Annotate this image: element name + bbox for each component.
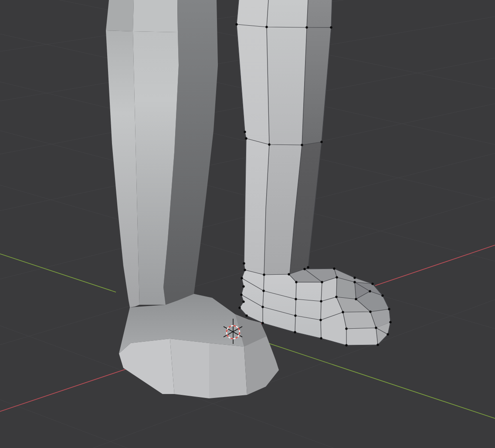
- mesh-vertex[interactable]: [345, 327, 347, 330]
- blender-3d-viewport[interactable]: [0, 0, 495, 448]
- mesh-vertex[interactable]: [240, 293, 242, 296]
- mesh-face[interactable]: [170, 339, 209, 398]
- mesh-vertex[interactable]: [294, 314, 296, 317]
- mesh-vertex[interactable]: [242, 300, 244, 303]
- mesh-vertex[interactable]: [295, 298, 297, 300]
- mesh-vertex[interactable]: [320, 141, 322, 143]
- mesh-vertex[interactable]: [241, 277, 243, 279]
- mesh-vertex[interactable]: [244, 269, 246, 271]
- mesh-vertex[interactable]: [335, 296, 337, 298]
- mesh-vertex[interactable]: [320, 337, 322, 339]
- mesh-vertex[interactable]: [294, 331, 296, 333]
- mesh-vertex[interactable]: [295, 281, 297, 283]
- mesh-face[interactable]: [133, 0, 178, 32]
- mesh-vertex[interactable]: [321, 281, 323, 283]
- mesh-vertex[interactable]: [235, 23, 237, 25]
- mesh-vertex[interactable]: [381, 294, 383, 296]
- mesh-vertex[interactable]: [268, 143, 270, 145]
- mesh-vertex[interactable]: [288, 273, 290, 275]
- mesh-vertex[interactable]: [242, 285, 244, 287]
- mesh-vertex[interactable]: [387, 333, 389, 335]
- mesh-vertex[interactable]: [376, 344, 379, 346]
- mesh-vertex[interactable]: [389, 321, 391, 323]
- mesh-vertex[interactable]: [345, 344, 347, 346]
- mesh-vertex[interactable]: [245, 137, 247, 139]
- mesh-vertex[interactable]: [319, 319, 322, 321]
- mesh-vertex[interactable]: [307, 266, 309, 268]
- mesh-vertex[interactable]: [336, 276, 338, 278]
- mesh-vertex[interactable]: [353, 281, 356, 283]
- mesh-vertex[interactable]: [330, 26, 332, 28]
- mesh-vertex[interactable]: [261, 322, 264, 324]
- mesh-vertex[interactable]: [238, 307, 241, 309]
- mesh-vertex[interactable]: [333, 267, 335, 269]
- mesh-vertex[interactable]: [371, 283, 373, 285]
- mesh-vertex[interactable]: [342, 311, 344, 313]
- mesh-vertex[interactable]: [303, 268, 305, 270]
- mesh-vertex[interactable]: [263, 273, 265, 276]
- mesh-vertex[interactable]: [355, 298, 357, 300]
- viewport-canvas[interactable]: [0, 0, 495, 448]
- mesh-face[interactable]: [209, 343, 247, 398]
- mesh-face[interactable]: [106, 0, 134, 31]
- mesh-vertex[interactable]: [244, 131, 246, 133]
- mesh-face[interactable]: [346, 328, 378, 345]
- mesh-vertex[interactable]: [369, 310, 371, 313]
- mesh-vertex[interactable]: [353, 276, 356, 279]
- mesh-vertex[interactable]: [388, 308, 390, 310]
- mesh-vertex[interactable]: [265, 26, 268, 28]
- mesh-vertex[interactable]: [261, 306, 264, 308]
- mesh-vertex[interactable]: [245, 314, 248, 317]
- mesh-vertex[interactable]: [262, 290, 264, 292]
- mesh-face[interactable]: [267, 0, 308, 145]
- mesh-vertex[interactable]: [305, 26, 308, 28]
- mesh-vertex[interactable]: [301, 144, 303, 146]
- mesh-vertex[interactable]: [243, 262, 245, 264]
- mesh-vertex[interactable]: [375, 327, 377, 329]
- mesh-vertex[interactable]: [369, 290, 371, 292]
- mesh-vertex[interactable]: [320, 300, 322, 302]
